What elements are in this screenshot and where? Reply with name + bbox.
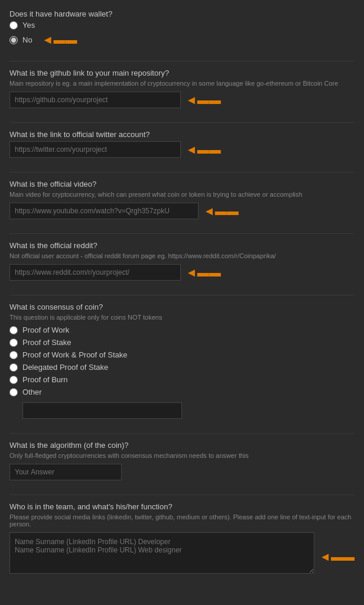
- video-question: What is the official video?: [9, 180, 355, 188]
- hardware-wallet-no-radio[interactable]: [9, 36, 18, 44]
- algorithm-section: What is the algorithm (of the coin)? Onl…: [9, 441, 355, 480]
- hardware-wallet-yes-item[interactable]: Yes: [9, 21, 355, 30]
- video-arrow-icon: ◄▬▬: [203, 204, 239, 218]
- divider-7: [9, 495, 355, 495]
- video-input[interactable]: [9, 203, 199, 219]
- consensus-dpos-radio[interactable]: [9, 363, 18, 372]
- video-input-row: ◄▬▬: [9, 203, 355, 219]
- consensus-pob-item[interactable]: Proof of Burn: [9, 375, 355, 384]
- reddit-input[interactable]: [9, 264, 181, 281]
- consensus-dpos-label: Delegated Proof of Stake: [22, 363, 108, 372]
- github-input[interactable]: [9, 92, 181, 108]
- team-arrow-icon: ◄▬▬: [319, 550, 355, 564]
- divider-2: [9, 122, 355, 123]
- consensus-other-label: Other: [22, 388, 42, 396]
- consensus-pos-radio[interactable]: [9, 339, 18, 347]
- consensus-pow-label: Proof of Work: [22, 326, 69, 334]
- consensus-pow-pos-label: Proof of Work & Proof of Stake: [22, 350, 128, 359]
- consensus-section: What is consensus of coin? This question…: [9, 302, 355, 419]
- divider-4: [9, 233, 355, 234]
- github-hint: Main repository is eg. a main implementa…: [9, 80, 355, 87]
- team-hint: Please provide social media links (linke…: [9, 513, 355, 528]
- team-question: Who is in the team, and what's his/her f…: [9, 502, 355, 511]
- twitter-section: What is the link to official twitter acc…: [9, 130, 355, 158]
- github-question: What is the github link to your main rep…: [9, 69, 355, 77]
- hardware-wallet-yes-label: Yes: [22, 21, 35, 30]
- consensus-other-input[interactable]: [22, 402, 182, 419]
- team-input-row: ◄▬▬: [9, 532, 355, 574]
- twitter-question: What is the link to official twitter acc…: [9, 130, 355, 139]
- github-section: What is the github link to your main rep…: [9, 69, 355, 108]
- consensus-other-radio[interactable]: [9, 388, 18, 396]
- github-arrow-icon: ◄▬▬: [186, 93, 221, 107]
- algorithm-question: What is the algorithm (of the coin)?: [9, 441, 355, 450]
- hardware-wallet-no-item[interactable]: No ◄▬▬: [9, 33, 355, 47]
- twitter-input-row: ◄▬▬: [9, 141, 355, 158]
- algorithm-hint: Only full-fledged cryptocurrencies with …: [9, 452, 355, 459]
- hardware-wallet-radio-group: Yes No ◄▬▬: [9, 21, 355, 47]
- divider-5: [9, 295, 355, 295]
- divider-1: [9, 61, 355, 61]
- reddit-hint: Not official user account - official red…: [9, 252, 355, 259]
- team-section: Who is in the team, and what's his/her f…: [9, 502, 355, 574]
- consensus-pos-item[interactable]: Proof of Stake: [9, 338, 355, 347]
- consensus-pow-pos-item[interactable]: Proof of Work & Proof of Stake: [9, 350, 355, 359]
- hardware-wallet-question: Does it have hardware wallet?: [9, 9, 355, 18]
- reddit-question: What is the official reddit?: [9, 241, 355, 250]
- consensus-pob-label: Proof of Burn: [22, 375, 68, 384]
- hardware-wallet-yes-radio[interactable]: [9, 21, 18, 30]
- reddit-section: What is the official reddit? Not officia…: [9, 241, 355, 281]
- consensus-pow-item[interactable]: Proof of Work: [9, 326, 355, 334]
- reddit-input-row: ◄▬▬: [9, 264, 355, 281]
- consensus-dpos-item[interactable]: Delegated Proof of Stake: [9, 363, 355, 372]
- consensus-other-item[interactable]: Other: [9, 388, 355, 396]
- consensus-radio-group: Proof of Work Proof of Stake Proof of Wo…: [9, 326, 355, 419]
- consensus-pow-pos-radio[interactable]: [9, 351, 18, 359]
- reddit-arrow-icon: ◄▬▬: [186, 266, 221, 279]
- twitter-input[interactable]: [9, 141, 181, 158]
- github-input-row: ◄▬▬: [9, 92, 355, 108]
- divider-6: [9, 433, 355, 434]
- consensus-hint: This question is applicable only for coi…: [9, 314, 355, 321]
- hardware-wallet-no-label: No: [22, 35, 32, 44]
- no-arrow-icon: ◄▬▬: [42, 33, 77, 47]
- algorithm-input[interactable]: [9, 464, 122, 480]
- consensus-pob-radio[interactable]: [9, 376, 18, 384]
- hardware-wallet-section: Does it have hardware wallet? Yes No ◄▬▬: [9, 9, 355, 47]
- video-section: What is the official video? Main video f…: [9, 180, 355, 219]
- divider-3: [9, 172, 355, 173]
- video-hint: Main video for cryptocurrency, which can…: [9, 191, 355, 198]
- consensus-pow-radio[interactable]: [9, 326, 18, 334]
- algorithm-input-row: [9, 464, 355, 480]
- consensus-pos-label: Proof of Stake: [22, 338, 71, 347]
- consensus-question: What is consensus of coin?: [9, 302, 355, 311]
- team-textarea[interactable]: [9, 532, 314, 574]
- twitter-arrow-icon: ◄▬▬: [186, 143, 221, 157]
